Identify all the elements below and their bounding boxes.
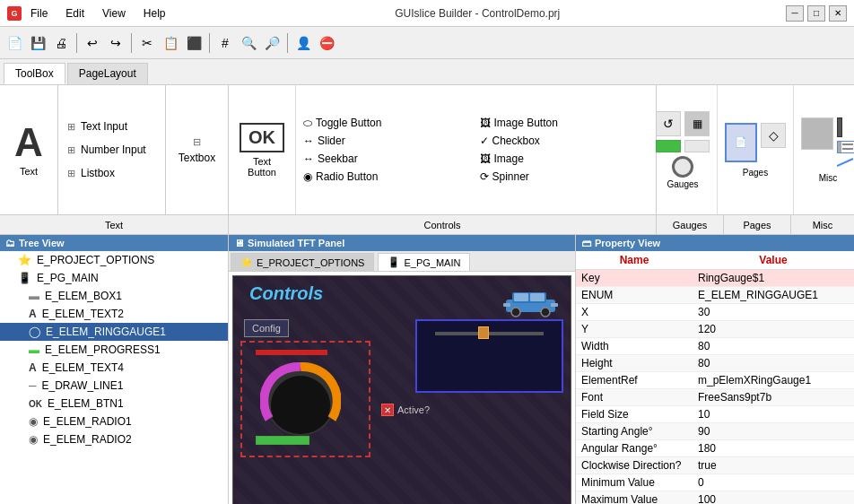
minimize-button[interactable]: ─ <box>786 5 804 22</box>
prop-value-9[interactable]: 90 <box>693 423 854 440</box>
prop-value-1[interactable]: E_ELEM_RINGGAUGE1 <box>693 287 854 304</box>
maximize-button[interactable]: □ <box>807 5 825 22</box>
tft-tab-pg-main[interactable]: 📱 E_PG_MAIN <box>378 253 470 271</box>
ctrl-image[interactable]: 🖼 Image <box>480 152 649 165</box>
prop-value-3[interactable]: 120 <box>693 321 854 338</box>
ctrl-checkbox[interactable]: ✓ Checkbox <box>480 135 649 147</box>
zoom-in-button[interactable]: 🔍 <box>238 32 259 54</box>
prop-row-12[interactable]: Minimum Value0 <box>576 474 854 491</box>
ctrl-spinner[interactable]: ⟳ Spinner <box>480 170 649 183</box>
misc-line-icon[interactable] <box>837 117 842 137</box>
tree-item-radio2[interactable]: ◉ E_ELEM_RADIO2 <box>0 430 228 448</box>
prop-value-6[interactable]: m_pElemXRingGauge1 <box>693 372 854 389</box>
prop-row-8[interactable]: Field Size10 <box>576 406 854 423</box>
zoom-out-button[interactable]: 🔎 <box>261 32 283 54</box>
prop-value-0[interactable]: RingGauge$1 <box>693 270 854 287</box>
stop-button[interactable]: ⛔ <box>316 32 337 54</box>
tft-tab-page-icon: 📱 <box>388 256 400 268</box>
prop-row-13[interactable]: Maximum Value100 <box>576 491 854 505</box>
gauge-ring-small[interactable] <box>672 156 693 178</box>
redo-button[interactable]: ↪ <box>105 32 126 54</box>
number-input-label: Number Input <box>81 143 146 156</box>
copy-button[interactable]: 📋 <box>160 32 181 54</box>
misc-icon-1[interactable] <box>801 117 833 150</box>
prop-value-4[interactable]: 80 <box>693 338 854 355</box>
prop-value-10[interactable]: 180 <box>693 440 854 457</box>
svg-point-4 <box>541 308 550 317</box>
prop-row-11[interactable]: Clockwise Direction?true <box>576 457 854 474</box>
prop-col-value: Value <box>693 251 854 270</box>
prop-value-2[interactable]: 30 <box>693 304 854 321</box>
ctrl-seekbar[interactable]: ↔ Seekbar <box>303 152 473 165</box>
prop-row-10[interactable]: Angular Range°180 <box>576 440 854 457</box>
toolbox-number-input[interactable]: ⊞ Number Input <box>65 142 158 158</box>
prop-value-12[interactable]: 0 <box>693 474 854 491</box>
tft-active-checkbox[interactable]: ✕ <box>381 404 394 416</box>
text2-icon: A <box>29 308 37 320</box>
close-button[interactable]: ✕ <box>829 5 847 22</box>
prop-row-3[interactable]: Y120 <box>576 321 854 338</box>
misc-box-icon[interactable] <box>837 141 854 153</box>
prop-value-5[interactable]: 80 <box>693 355 854 372</box>
prop-row-6[interactable]: ElementRefm_pElemXRingGauge1 <box>576 372 854 389</box>
prop-row-4[interactable]: Width80 <box>576 338 854 355</box>
user-button[interactable]: 👤 <box>292 32 314 54</box>
menu-edit[interactable]: Edit <box>62 5 88 22</box>
tft-tab-project-options[interactable]: ⭐ E_PROJECT_OPTIONS <box>231 253 374 271</box>
prop-row-0[interactable]: KeyRingGauge$1 <box>576 270 854 287</box>
prop-row-5[interactable]: Height80 <box>576 355 854 372</box>
tab-pagelayout[interactable]: PageLayout <box>67 63 148 84</box>
ok-btn-icon[interactable]: OK <box>240 123 284 152</box>
menu-view[interactable]: View <box>99 5 129 22</box>
tree-item-draw-line1[interactable]: ─ E_DRAW_LINE1 <box>0 377 228 395</box>
tree-item-progress1[interactable]: ▬ E_ELEM_PROGRESS1 <box>0 341 228 359</box>
prop-value-8[interactable]: 10 <box>693 406 854 423</box>
toolbox-listbox[interactable]: ⊞ Listbox <box>65 165 158 181</box>
ctrl-slider[interactable]: ↔ Slider <box>303 135 473 147</box>
delete-button[interactable]: ⬛ <box>183 32 205 54</box>
prop-value-13[interactable]: 100 <box>693 491 854 505</box>
misc-pen-icon[interactable] <box>837 157 854 168</box>
save-button[interactable]: 💾 <box>27 32 48 54</box>
tree-item-text2[interactable]: A E_ELEM_TEXT2 <box>0 305 228 323</box>
toolbox-text-input[interactable]: ⊞ Text Input <box>65 118 158 135</box>
property-panel: 🗃 Property View Name Value KeyRingGauge$… <box>576 235 854 504</box>
tab-bar: ToolBox PageLayout <box>0 59 854 85</box>
tft-active-row: ✕ Active? <box>381 404 430 416</box>
prop-row-9[interactable]: Starting Angle°90 <box>576 423 854 440</box>
ctrl-radio[interactable]: ◉ Radio Button <box>303 170 473 183</box>
print-button[interactable]: 🖨 <box>50 32 72 54</box>
new-button[interactable]: 📄 <box>4 32 25 54</box>
page-icon-2[interactable]: ◇ <box>761 123 786 148</box>
tree-content: ⭐ E_PROJECT_OPTIONS 📱 E_PG_MAIN ▬ E_ELEM… <box>0 251 228 504</box>
prop-row-7[interactable]: FontFreeSans9pt7b <box>576 389 854 406</box>
tree-item-text4[interactable]: A E_ELEM_TEXT4 <box>0 359 228 377</box>
prop-row-2[interactable]: X30 <box>576 304 854 321</box>
tree-item-ringgauge1[interactable]: ◯ E_ELEM_RINGGAUGE1 <box>0 323 228 341</box>
prop-row-1[interactable]: ENUME_ELEM_RINGGAUGE1 <box>576 287 854 304</box>
ctrl-image-button[interactable]: 🖼 Image Button <box>480 117 649 129</box>
app-icon: G <box>7 6 22 21</box>
menu-file[interactable]: File <box>27 5 51 22</box>
cut-button[interactable]: ✂ <box>136 32 158 54</box>
tree-item-radio1[interactable]: ◉ E_ELEM_RADIO1 <box>0 413 228 430</box>
tree-item-pg-main[interactable]: 📱 E_PG_MAIN <box>0 269 228 287</box>
undo-button[interactable]: ↩ <box>82 32 103 54</box>
gauge-blank[interactable] <box>684 140 710 152</box>
number-input-icon: ⊞ <box>67 144 75 156</box>
gauge-icon-1[interactable]: ↺ <box>656 111 681 136</box>
prop-value-7[interactable]: FreeSans9pt7b <box>693 389 854 406</box>
tft-seekbar-handle[interactable] <box>478 326 489 339</box>
page-icon[interactable]: 📄 <box>725 123 757 162</box>
tab-toolbox[interactable]: ToolBox <box>4 63 65 84</box>
tree-item-btn1[interactable]: OK E_ELEM_BTN1 <box>0 395 228 413</box>
tree-item-project-options[interactable]: ⭐ E_PROJECT_OPTIONS <box>0 251 228 269</box>
prop-value-11[interactable]: true <box>693 457 854 474</box>
menu-help[interactable]: Help <box>140 5 170 22</box>
ctrl-toggle-button[interactable]: ⬭ Toggle Button <box>303 117 473 129</box>
tft-config-btn[interactable]: Config <box>244 319 289 337</box>
tree-item-box1[interactable]: ▬ E_ELEM_BOX1 <box>0 287 228 305</box>
gauge-progress[interactable] <box>656 140 681 152</box>
grid-button[interactable]: # <box>214 32 236 54</box>
gauge-icon-2[interactable]: ▦ <box>684 111 710 136</box>
